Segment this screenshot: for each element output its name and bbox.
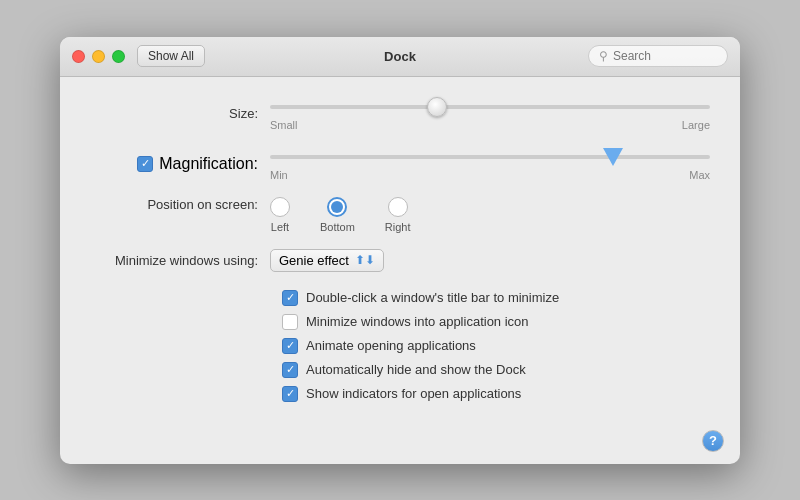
check-icon: ✓	[286, 292, 295, 303]
mag-max-label: Max	[689, 169, 710, 181]
animate-label: Animate opening applications	[306, 338, 476, 353]
mag-rail	[270, 155, 710, 159]
position-bottom-label: Bottom	[320, 221, 355, 233]
checkbox-row-auto-hide: ✓ Automatically hide and show the Dock	[282, 362, 710, 378]
double-click-checkbox[interactable]: ✓	[282, 290, 298, 306]
minimize-icon-checkbox[interactable]	[282, 314, 298, 330]
position-left-label: Left	[271, 221, 289, 233]
double-click-label: Double-click a window's title bar to min…	[306, 290, 559, 305]
dropdown-value: Genie effect	[279, 253, 349, 268]
checkbox-row-double-click: ✓ Double-click a window's title bar to m…	[282, 290, 710, 306]
checkbox-row-indicators: ✓ Show indicators for open applications	[282, 386, 710, 402]
auto-hide-label: Automatically hide and show the Dock	[306, 362, 526, 377]
traffic-lights	[72, 50, 125, 63]
window-title: Dock	[384, 49, 416, 64]
minimize-icon-label: Minimize windows into application icon	[306, 314, 529, 329]
mag-thumb[interactable]	[603, 148, 623, 166]
show-all-button[interactable]: Show All	[137, 45, 205, 67]
position-left-option[interactable]: Left	[270, 197, 290, 233]
mag-label-area: ✓ Magnification:	[90, 155, 270, 173]
checkbox-row-animate: ✓ Animate opening applications	[282, 338, 710, 354]
radio-inner-dot	[331, 201, 343, 213]
minimize-label: Minimize windows using:	[90, 253, 270, 268]
position-label: Position on screen:	[90, 197, 270, 212]
magnification-label: Magnification:	[159, 155, 258, 173]
help-button[interactable]: ?	[702, 430, 724, 452]
check-icon: ✓	[286, 388, 295, 399]
size-min-label: Small	[270, 119, 298, 131]
minimize-button[interactable]	[92, 50, 105, 63]
size-max-label: Large	[682, 119, 710, 131]
position-right-radio[interactable]	[388, 197, 408, 217]
magnification-checkbox[interactable]: ✓	[137, 156, 153, 172]
search-input[interactable]	[613, 49, 717, 63]
checkbox-row-minimize-icon: Minimize windows into application icon	[282, 314, 710, 330]
size-slider-labels: Small Large	[270, 119, 710, 131]
size-slider-container: Small Large	[270, 97, 710, 131]
position-right-label: Right	[385, 221, 411, 233]
mag-slider[interactable]	[270, 147, 710, 167]
titlebar: Show All Dock ⚲	[60, 37, 740, 77]
auto-hide-checkbox[interactable]: ✓	[282, 362, 298, 378]
size-row: Size: Small Large	[90, 97, 710, 131]
dropdown-arrow-icon: ⬆⬇	[355, 253, 375, 267]
position-bottom-radio[interactable]	[327, 197, 347, 217]
bottom-bar: ?	[60, 430, 740, 464]
size-rail	[270, 105, 710, 109]
search-icon: ⚲	[599, 49, 608, 63]
mag-slider-container: Min Max	[270, 147, 710, 181]
size-thumb[interactable]	[427, 97, 447, 117]
check-icon: ✓	[286, 364, 295, 375]
close-button[interactable]	[72, 50, 85, 63]
position-left-radio[interactable]	[270, 197, 290, 217]
size-slider[interactable]	[270, 97, 710, 117]
indicators-label: Show indicators for open applications	[306, 386, 521, 401]
magnification-row: ✓ Magnification: Min Max	[90, 147, 710, 181]
minimize-dropdown[interactable]: Genie effect ⬆⬇	[270, 249, 384, 272]
mag-min-label: Min	[270, 169, 288, 181]
position-right-option[interactable]: Right	[385, 197, 411, 233]
preferences-window: Show All Dock ⚲ Size: Small Large	[60, 37, 740, 464]
maximize-button[interactable]	[112, 50, 125, 63]
mag-slider-labels: Min Max	[270, 169, 710, 181]
position-row: Position on screen: Left Bottom Right	[90, 197, 710, 233]
check-icon: ✓	[286, 340, 295, 351]
position-bottom-option[interactable]: Bottom	[320, 197, 355, 233]
search-box[interactable]: ⚲	[588, 45, 728, 67]
size-label: Size:	[90, 106, 270, 121]
indicators-checkbox[interactable]: ✓	[282, 386, 298, 402]
checkboxes-section: ✓ Double-click a window's title bar to m…	[90, 290, 710, 402]
content-area: Size: Small Large ✓ Magnification:	[60, 77, 740, 430]
position-controls: Left Bottom Right	[270, 197, 411, 233]
check-icon: ✓	[141, 158, 150, 169]
animate-checkbox[interactable]: ✓	[282, 338, 298, 354]
minimize-row: Minimize windows using: Genie effect ⬆⬇	[90, 249, 710, 272]
